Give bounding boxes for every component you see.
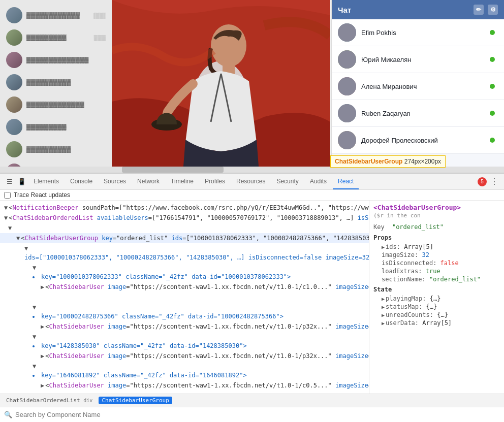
code-line[interactable]: <ChatSidebarOrderedList availableUsers=[…: [0, 213, 369, 223]
sidebar-item-count-1: ▒▒▒: [94, 12, 106, 18]
tab-security[interactable]: Security: [271, 174, 303, 189]
sidebar-item-text-1: ▓▓▓▓▓▓▓▓▓▓▓▓: [26, 12, 90, 19]
chat-user-avatar: [338, 50, 356, 69]
state-section-label: State: [373, 286, 500, 293]
sidebar-item-3[interactable]: ▓▓▓▓▓▓▓▓▓▓▓▓▓▓: [0, 49, 112, 71]
code-line[interactable]: <ChatSidebarUser image="https://scontent…: [0, 282, 369, 292]
tooltip-component-name: ChatSidebarUserGroup: [335, 158, 402, 165]
devtools-breadcrumb: ChatSidebarOrderedList div ChatSidebarUs…: [0, 394, 504, 407]
props-item: ▶ids: Array[5]: [373, 243, 500, 250]
state-items-container: ▶playingMap: {…}▶statusMap: {…}▶unreadCo…: [373, 295, 500, 327]
sidebar-item-text-3: ▓▓▓▓▓▓▓▓▓▓▓▓▓▓: [26, 56, 106, 63]
expand-triangle[interactable]: [41, 283, 44, 290]
devtools-code-panel: <NotificationBeeper soundPath=["https://…: [0, 201, 369, 394]
tab-elements[interactable]: Elements: [28, 174, 64, 189]
chat-user-name: Efim Pokhis: [361, 29, 490, 37]
code-line[interactable]: key="1000010378062333" className="_42fz"…: [0, 263, 369, 282]
props-item: sectionName: "ordered_list": [373, 276, 500, 283]
chat-user-item[interactable]: Дорофей Пролесковский: [332, 127, 504, 154]
online-indicator: [490, 84, 495, 89]
search-input[interactable]: [15, 411, 500, 418]
chat-user-item[interactable]: Ruben Zaqaryan: [332, 100, 504, 127]
tab-sources[interactable]: Sources: [99, 174, 131, 189]
sidebar-item-6[interactable]: ▓▓▓▓▓▓▓▓▓: [0, 116, 112, 138]
scroll-thumb[interactable]: [122, 167, 224, 173]
devtools-device-icon[interactable]: 📱: [16, 176, 27, 187]
code-line[interactable]: <ChatSidebarUser image="https://scontent…: [0, 351, 369, 361]
chat-user-item[interactable]: Юрий Микаелян: [332, 46, 504, 73]
expand-triangle[interactable]: [41, 382, 44, 389]
painting-svg: [112, 0, 330, 173]
chat-user-list: Efim Pokhis Юрий Микаелян Алена Миранови…: [332, 19, 504, 173]
expand-triangle[interactable]: [16, 235, 20, 242]
code-line[interactable]: [0, 223, 369, 233]
sidebar-avatar-4: [6, 74, 22, 90]
code-line[interactable]: <ChatSidebarUser image="https://scontent…: [0, 380, 369, 391]
expand-triangle[interactable]: [33, 363, 36, 370]
expand-triangle[interactable]: [41, 352, 44, 360]
tab-audits[interactable]: Audits: [305, 174, 332, 189]
online-indicator: [490, 111, 495, 116]
sidebar-item-2[interactable]: ▓▓▓▓▓▓▓▓▓ ▒▒▒: [0, 26, 112, 49]
devtools-more-menu[interactable]: ⋮: [489, 176, 500, 187]
expand-triangle[interactable]: [33, 333, 36, 340]
tab-console[interactable]: Console: [65, 174, 98, 189]
sidebar-avatar-5: [6, 96, 22, 113]
devtools-search-bar[interactable]: 🔍: [0, 407, 504, 422]
code-line[interactable]: [0, 292, 369, 302]
expand-triangle[interactable]: [24, 245, 28, 252]
tab-timeline[interactable]: Timeline: [166, 174, 199, 189]
chat-user-avatar: [338, 104, 356, 122]
online-indicator: [490, 138, 495, 143]
chat-header-icons: ✏ ⚙: [474, 5, 498, 15]
chat-settings-icon[interactable]: ⚙: [488, 5, 498, 15]
breadcrumb-item[interactable]: ChatSidebarOrderedList div: [4, 397, 94, 404]
expand-triangle[interactable]: [33, 264, 36, 271]
tab-react[interactable]: React: [333, 174, 359, 189]
chat-edit-icon[interactable]: ✏: [474, 5, 484, 15]
expand-triangle[interactable]: [33, 304, 36, 311]
chat-user-avatar: [338, 77, 356, 95]
tab-resources[interactable]: Resources: [231, 174, 270, 189]
tab-network[interactable]: Network: [132, 174, 165, 189]
search-icon: 🔍: [4, 411, 12, 418]
sidebar-item-5[interactable]: ▓▓▓▓▓▓▓▓▓▓▓▓▓: [0, 93, 112, 116]
devtools-main: <NotificationBeeper soundPath=["https://…: [0, 201, 504, 394]
chat-user-item[interactable]: Efim Pokhis: [332, 19, 504, 46]
sidebar-item-text-5: ▓▓▓▓▓▓▓▓▓▓▓▓▓: [26, 101, 106, 108]
code-line[interactable]: <ChatSidebarUser image="https://scontent…: [0, 321, 369, 332]
code-line[interactable]: key="1646081892" className="_42fz" data-…: [0, 361, 369, 380]
props-sub-label: ($r in the con: [373, 212, 500, 219]
code-line[interactable]: key="1428385030" className="_42fz" data-…: [0, 332, 369, 351]
sidebar-item-1[interactable]: ▓▓▓▓▓▓▓▓▓▓▓▓ ▒▒▒: [0, 4, 112, 26]
sidebar-item-7[interactable]: ▓▓▓▓▓▓▓▓▓▓: [0, 138, 112, 160]
expand-triangle[interactable]: [4, 214, 8, 221]
painting-area: [112, 0, 330, 173]
devtools-panel: ☰ 📱 Elements Console Sources Network Tim…: [0, 173, 504, 422]
chat-header: Чат ✏ ⚙: [332, 0, 504, 19]
sidebar-item-count-2: ▒▒▒: [94, 35, 106, 41]
code-line[interactable]: ids=["1000010378062333", "10000248287536…: [0, 243, 369, 263]
tab-profiles[interactable]: Profiles: [200, 174, 230, 189]
chat-title: Чат: [338, 6, 351, 14]
chat-user-avatar: [338, 131, 356, 149]
expand-triangle[interactable]: [8, 224, 12, 232]
devtools-props-panel: <ChatSidebarUserGroup> ($r in the con Ke…: [369, 201, 504, 394]
expand-triangle[interactable]: [41, 323, 44, 330]
code-line[interactable]: <ChatSidebarUserGroup key="ordered_list"…: [0, 233, 369, 243]
props-item: imageSize: 32: [373, 251, 500, 258]
online-indicator: [490, 57, 495, 62]
devtools-toolbar: ☰ 📱 Elements Console Sources Network Tim…: [0, 174, 504, 190]
code-line[interactable]: key="100002482875366" className="_42fz" …: [0, 302, 369, 321]
chat-user-item[interactable]: Алена Миранович: [332, 73, 504, 100]
devtools-inspect-icon[interactable]: ☰: [4, 176, 15, 187]
sidebar-avatar-7: [6, 141, 22, 157]
sidebar-item-4[interactable]: ▓▓▓▓▓▓▓▓▓▓: [0, 71, 112, 93]
expand-triangle[interactable]: [4, 204, 8, 211]
breadcrumb-item[interactable]: ChatSidebarUserGroup: [99, 397, 172, 404]
code-line[interactable]: <NotificationBeeper soundPath=["https://…: [0, 203, 369, 213]
tooltip-dimensions: 274px×200px: [404, 158, 441, 165]
trace-checkbox[interactable]: [4, 192, 11, 199]
chat-user-name: Алена Миранович: [361, 83, 490, 90]
trace-row: Trace React updates: [0, 190, 504, 201]
